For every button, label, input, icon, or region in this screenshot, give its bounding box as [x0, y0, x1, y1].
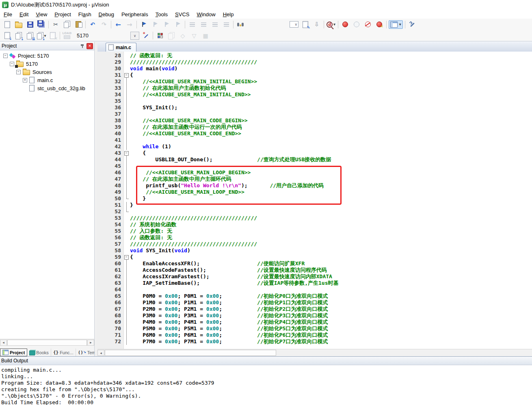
- new-file-button[interactable]: [2, 19, 13, 29]
- code-line-68[interactable]: 68 P3M0 = 0x00; P3M1 = 0x00; //初始化P3口为准双…: [97, 312, 532, 319]
- bp-kill-all-button[interactable]: [374, 19, 385, 29]
- code-line-58[interactable]: 58void SYS_Init(void): [97, 247, 532, 254]
- code-line-69[interactable]: 69 P4M0 = 0x00; P4M1 = 0x00; //初始化P4口为准双…: [97, 319, 532, 325]
- manage-rte-button[interactable]: [154, 31, 166, 41]
- pin-icon[interactable]: [80, 43, 84, 48]
- tree-item-5170[interactable]: −5170: [0, 60, 94, 68]
- code-line-55[interactable]: 55// 入口参数: 无: [97, 228, 532, 234]
- code-line-30[interactable]: 30void main(void): [97, 65, 532, 72]
- paste-button[interactable]: [73, 19, 84, 29]
- bookmark-button[interactable]: [138, 19, 149, 29]
- code-line-72[interactable]: 72 P7M0 = 0x00; P7M1 = 0x00; //初始化P7口为准双…: [97, 338, 532, 345]
- code-line-54[interactable]: 54// 系统初始化函数: [97, 221, 532, 228]
- fold-collapse-icon[interactable]: −: [123, 72, 130, 78]
- code-line-47[interactable]: 47 // 在此添加主函数中用户主循环代码: [97, 176, 532, 182]
- code-line-41[interactable]: 41: [97, 137, 532, 143]
- options-wand-button[interactable]: [140, 31, 151, 41]
- search-doc-button[interactable]: ✎: [300, 19, 311, 29]
- debug-session-button[interactable]: d▾: [325, 19, 337, 29]
- code-line-31[interactable]: 31−{: [97, 72, 532, 78]
- panel-tab-func[interactable]: {}Func...: [51, 349, 76, 356]
- tree-item-project-5170[interactable]: −Project: 5170: [0, 52, 94, 60]
- scrollbar-thumb[interactable]: [7, 340, 87, 346]
- code-line-29[interactable]: 29//////////////////////////////////////…: [97, 59, 532, 65]
- code-line-67[interactable]: 67 P2M0 = 0x00; P2M1 = 0x00; //初始化P2口为准双…: [97, 306, 532, 312]
- code-line-37[interactable]: 37: [97, 111, 532, 117]
- tree-item-main-c[interactable]: +main.c: [0, 76, 94, 84]
- code-line-50[interactable]: 50 }: [97, 195, 532, 202]
- panel-splitter[interactable]: [95, 42, 97, 356]
- save-all-button[interactable]: [36, 19, 47, 29]
- collapse-icon[interactable]: −: [3, 54, 8, 58]
- menu-debug[interactable]: Debug: [95, 11, 118, 18]
- code-line-39[interactable]: 39 // 在此添加主函数中运行一次的用户代码: [97, 124, 532, 130]
- code-line-51[interactable]: 51}: [97, 202, 532, 208]
- menu-peripherals[interactable]: Peripherals: [118, 11, 152, 18]
- code-line-63[interactable]: 63 IAP_SetTimeBase(); //设置IAP等待参数,产生1us时…: [97, 280, 532, 286]
- target-dropdown-icon[interactable]: ∨: [130, 32, 139, 40]
- code-line-46[interactable]: 46 //<<AICUBE_USER_MAIN_LOOP_BEGIN>>: [97, 169, 532, 176]
- code-line-43[interactable]: 43− {: [97, 150, 532, 156]
- menu-window[interactable]: Window: [193, 11, 219, 18]
- menu-help[interactable]: Help: [219, 11, 238, 18]
- find-combo-button[interactable]: ∨: [288, 19, 300, 29]
- editor-hscrollbar[interactable]: ◂: [97, 349, 532, 356]
- menu-svcs[interactable]: SVCS: [171, 11, 193, 18]
- code-area[interactable]: 28// 函数返回: 无29//////////////////////////…: [97, 52, 532, 349]
- build-button[interactable]: ⇣: [13, 31, 24, 41]
- code-line-70[interactable]: 70 P5M0 = 0x00; P5M1 = 0x00; //初始化P5口为准双…: [97, 325, 532, 332]
- code-line-36[interactable]: 36 SYS_Init();: [97, 104, 532, 111]
- bp-enable-button[interactable]: [351, 19, 362, 29]
- menu-edit[interactable]: Edit: [16, 11, 32, 18]
- code-line-53[interactable]: 53//////////////////////////////////////…: [97, 215, 532, 221]
- rebuild-button[interactable]: ⇊: [24, 31, 36, 41]
- tab-main-c[interactable]: main.c: [106, 43, 136, 52]
- translate-button[interactable]: ⇣: [2, 31, 13, 41]
- collapse-icon[interactable]: −: [10, 62, 14, 66]
- bp-disable-all-button[interactable]: [362, 19, 374, 29]
- find-in-files-button[interactable]: [235, 19, 246, 29]
- menu-flash[interactable]: Flash: [75, 11, 95, 18]
- code-line-48[interactable]: 48 printf_usb("Hello World !\r\n"); //用户…: [97, 182, 532, 189]
- batch-build-button[interactable]: ⇣▾: [36, 31, 47, 41]
- fold-collapse-icon[interactable]: −: [123, 150, 130, 156]
- scroll-right-icon[interactable]: ▸: [87, 340, 94, 346]
- back-button[interactable]: ←: [112, 19, 124, 29]
- code-line-64[interactable]: 64: [97, 286, 532, 293]
- code-line-34[interactable]: 34 //<<AICUBE_USER_MAIN_INITIAL_END>>: [97, 91, 532, 98]
- panel-tab-books[interactable]: Books: [27, 349, 51, 356]
- code-line-45[interactable]: 45: [97, 163, 532, 169]
- project-hscrollbar[interactable]: ◂ ▸: [0, 339, 94, 346]
- window-layout-button[interactable]: ▾: [388, 19, 404, 29]
- target-select[interactable]: 5170∨: [74, 32, 139, 40]
- bp-insert-button[interactable]: [340, 19, 351, 29]
- save-button[interactable]: [24, 19, 36, 29]
- code-line-62[interactable]: 62 AccessIXramFastest(); //设置最快速度访问内部XDA…: [97, 273, 532, 280]
- open-button[interactable]: [13, 19, 24, 29]
- code-line-32[interactable]: 32 //<<AICUBE_USER_MAIN_INITIAL_BEGIN>>: [97, 78, 532, 85]
- scrollbar-thumb[interactable]: [105, 350, 276, 356]
- code-line-61[interactable]: 61 AccessCodeFastest(); //设置最快速度访问程序代码: [97, 267, 532, 273]
- fold-collapse-icon[interactable]: −: [123, 254, 130, 260]
- incremental-search-button[interactable]: ⇩: [311, 19, 322, 29]
- code-line-44[interactable]: 44 USBLIB_OUT_Done(); //查询方式处理USB接收的数据: [97, 156, 532, 163]
- copy-button[interactable]: [61, 19, 73, 29]
- code-line-33[interactable]: 33 // 在此添加用户主函数初始化代码: [97, 85, 532, 91]
- configure-button[interactable]: [407, 19, 418, 29]
- code-line-40[interactable]: 40 //<<AICUBE_USER_MAIN_CODE_END>>: [97, 130, 532, 137]
- menu-file[interactable]: File: [0, 11, 16, 18]
- code-line-65[interactable]: 65 P0M0 = 0x00; P0M1 = 0x00; //初始化P0口为准双…: [97, 293, 532, 299]
- tree-item-sources[interactable]: −Sources: [0, 68, 94, 76]
- code-line-28[interactable]: 28// 函数返回: 无: [97, 52, 532, 59]
- code-line-60[interactable]: 60 EnableAccessXFR(); //使能访问扩展XFR: [97, 260, 532, 267]
- tree-item-stc-usb-cdc-32g-lib[interactable]: stc_usb_cdc_32g.lib: [0, 84, 94, 92]
- collapse-icon[interactable]: −: [16, 70, 21, 74]
- cut-button[interactable]: ✂: [50, 19, 61, 29]
- menu-tools[interactable]: Tools: [152, 11, 171, 18]
- code-line-49[interactable]: 49 //<<AICUBE_USER_MAIN_LOOP_END>>: [97, 189, 532, 195]
- code-line-35[interactable]: 35: [97, 98, 532, 104]
- code-line-56[interactable]: 56// 函数返回: 无: [97, 234, 532, 241]
- code-line-66[interactable]: 66 P1M0 = 0x00; P1M1 = 0x00; //初始化P1口为准双…: [97, 299, 532, 306]
- undo-button[interactable]: ↶: [87, 19, 98, 29]
- code-line-42[interactable]: 42 while (1): [97, 143, 532, 150]
